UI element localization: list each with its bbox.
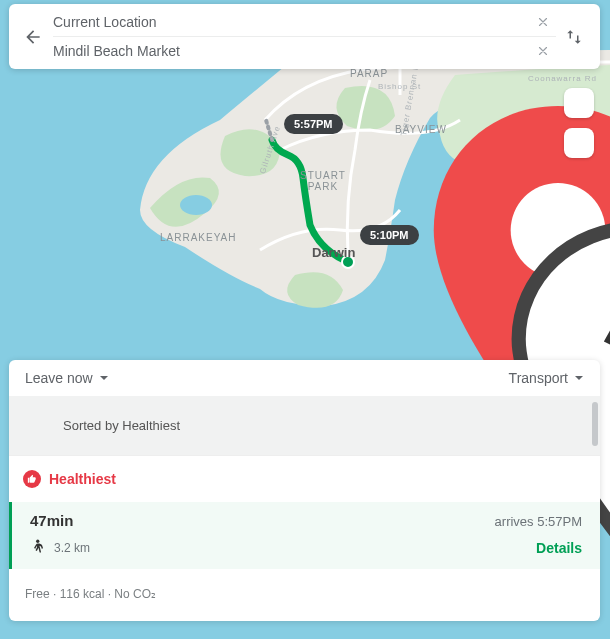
depart-time-label: Leave now — [25, 370, 93, 386]
depart-time-dropdown[interactable]: Leave now — [25, 370, 109, 386]
directions-search-card: Current Location Mindil Beach Market — [9, 4, 600, 69]
section-title: Healthiest — [49, 471, 116, 487]
destination-field[interactable]: Mindil Beach Market — [53, 37, 556, 65]
start-time-badge: 5:10PM — [360, 225, 419, 245]
swap-button[interactable] — [556, 19, 592, 55]
svg-point-0 — [180, 195, 212, 215]
road-coonawarra: Coonawarra Rd — [528, 74, 597, 83]
locate-me-button[interactable] — [564, 88, 594, 118]
label-larrakeyah: LARRAKEYAH — [160, 232, 237, 243]
svg-point-4 — [36, 540, 39, 543]
results-panel: Leave now Transport Sorted by Healthiest… — [9, 360, 600, 621]
section-header-healthiest: Healthiest — [9, 455, 600, 502]
route-duration: 47min — [30, 512, 73, 529]
destination-pin-icon — [253, 106, 281, 134]
arrival-time-badge: 5:57PM — [284, 114, 343, 134]
back-button[interactable] — [13, 17, 53, 57]
route-footer: Free · 116 kcal · No CO₂ — [9, 569, 600, 621]
route-arrives: arrives 5:57PM — [495, 514, 582, 529]
route-distance: 3.2 km — [54, 541, 90, 555]
chevron-down-icon — [99, 373, 109, 383]
streetview-button[interactable] — [564, 128, 594, 158]
thumbs-up-icon — [23, 470, 41, 488]
results-controls: Leave now Transport — [9, 360, 600, 396]
chevron-down-icon — [574, 373, 584, 383]
origin-field[interactable]: Current Location — [53, 8, 556, 36]
label-parap: PARAP — [350, 68, 388, 79]
sort-label: Sorted by Healthiest — [63, 418, 180, 433]
details-button[interactable]: Details — [536, 540, 582, 556]
clear-destination-button[interactable] — [530, 38, 556, 64]
sort-row[interactable]: Sorted by Healthiest — [9, 396, 600, 455]
transport-label: Transport — [509, 370, 568, 386]
origin-text: Current Location — [53, 14, 530, 30]
walk-icon — [30, 539, 48, 557]
scrollbar-thumb[interactable] — [592, 402, 598, 446]
clear-origin-button[interactable] — [530, 9, 556, 35]
route-card[interactable]: 47min arrives 5:57PM 3.2 km Details — [9, 502, 600, 569]
destination-text: Mindil Beach Market — [53, 43, 530, 59]
transport-dropdown[interactable]: Transport — [509, 370, 584, 386]
walk-mode-badge — [332, 216, 360, 250]
